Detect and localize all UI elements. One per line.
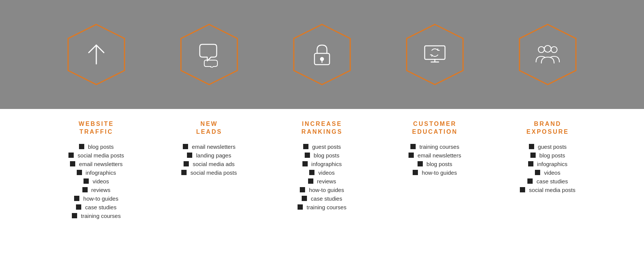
list-item: landing pages bbox=[187, 152, 231, 159]
bullet-square bbox=[418, 161, 423, 166]
list-increase-rankings: guest postsblog postsinfographicsvideosr… bbox=[266, 144, 378, 210]
hex-website-traffic bbox=[62, 21, 130, 88]
list-item: training courses bbox=[410, 144, 459, 150]
bullet-square bbox=[77, 170, 82, 175]
svg-point-13 bbox=[551, 47, 557, 53]
bullet-square bbox=[74, 196, 79, 201]
list-item: infographics bbox=[77, 169, 116, 176]
list-new-leads: email newsletterslanding pagessocial med… bbox=[153, 144, 266, 176]
list-item: case studies bbox=[76, 204, 116, 210]
bullet-square bbox=[76, 204, 81, 210]
list-item: blog posts bbox=[79, 144, 114, 150]
column-website-traffic: WEBSITETRAFFICblog postssocial media pos… bbox=[40, 120, 153, 219]
list-item: infographics bbox=[302, 161, 342, 167]
list-item: social media posts bbox=[181, 169, 237, 176]
bullet-square bbox=[79, 144, 84, 149]
hex-brand-exposure bbox=[514, 21, 582, 88]
list-item: videos bbox=[84, 178, 109, 184]
list-item: reviews bbox=[308, 178, 336, 184]
content-area: WEBSITETRAFFICblog postssocial media pos… bbox=[0, 109, 644, 227]
list-item: blog posts bbox=[305, 152, 339, 159]
bullet-square bbox=[529, 144, 534, 149]
list-item: reviews bbox=[82, 187, 111, 193]
monitor-icon bbox=[422, 41, 448, 68]
bullet-square bbox=[409, 153, 414, 158]
bullet-square bbox=[309, 170, 314, 175]
hex-new-leads bbox=[175, 21, 243, 88]
bullet-square bbox=[82, 187, 88, 192]
list-item: email newsletters bbox=[409, 152, 461, 159]
people-icon bbox=[535, 41, 561, 68]
list-item: case studies bbox=[527, 178, 568, 184]
bullet-square bbox=[300, 187, 305, 192]
hex-increase-rankings bbox=[288, 21, 356, 88]
bullet-square bbox=[410, 144, 416, 149]
bullet-square bbox=[413, 170, 418, 175]
bullet-square bbox=[302, 196, 307, 201]
list-item: social media posts bbox=[520, 187, 575, 193]
bullet-square bbox=[181, 170, 187, 175]
list-item: how-to guides bbox=[300, 187, 344, 193]
svg-point-12 bbox=[538, 47, 544, 53]
bullet-square bbox=[184, 161, 189, 166]
col-title-website-traffic: WEBSITETRAFFIC bbox=[79, 120, 114, 136]
list-brand-exposure: guest postsblog postsinfographicsvideosc… bbox=[491, 144, 604, 193]
bullet-square bbox=[308, 178, 313, 184]
bullet-square bbox=[84, 178, 89, 184]
bullet-square bbox=[535, 170, 540, 175]
arrow-up-icon bbox=[83, 41, 109, 68]
bullet-square bbox=[520, 187, 525, 192]
chat-icon bbox=[196, 41, 222, 68]
list-item: email newsletters bbox=[70, 161, 123, 167]
list-item: training courses bbox=[72, 213, 121, 219]
column-new-leads: NEWLEADSemail newsletterslanding pagesso… bbox=[153, 120, 266, 219]
list-item: social media ads bbox=[184, 161, 235, 167]
list-customer-education: training coursesemail newslettersblog po… bbox=[378, 144, 491, 176]
bullet-square bbox=[530, 153, 536, 158]
svg-point-14 bbox=[544, 45, 551, 52]
bullet-square bbox=[303, 144, 308, 149]
list-item: blog posts bbox=[530, 152, 565, 159]
bullet-square bbox=[298, 204, 303, 210]
bullet-square bbox=[305, 153, 310, 158]
list-item: social media posts bbox=[68, 152, 124, 159]
col-title-brand-exposure: BRANDEXPOSURE bbox=[527, 120, 569, 136]
list-website-traffic: blog postssocial media postsemail newsle… bbox=[40, 144, 153, 219]
list-item: email newsletters bbox=[183, 144, 235, 150]
bullet-square bbox=[183, 144, 188, 149]
list-item: guest posts bbox=[303, 144, 341, 150]
col-title-new-leads: NEWLEADS bbox=[196, 120, 222, 136]
bullet-square bbox=[302, 161, 308, 166]
list-item: videos bbox=[535, 169, 560, 176]
col-title-increase-rankings: INCREASERANKINGS bbox=[301, 120, 342, 136]
lock-icon bbox=[309, 41, 335, 68]
column-increase-rankings: INCREASERANKINGSguest postsblog postsinf… bbox=[266, 120, 378, 219]
column-customer-education: CUSTOMEREDUCATIONtraining coursesemail n… bbox=[378, 120, 491, 219]
hex-customer-education bbox=[401, 21, 469, 88]
svg-rect-8 bbox=[425, 46, 445, 59]
list-item: videos bbox=[309, 169, 334, 176]
bullet-square bbox=[187, 153, 192, 158]
column-brand-exposure: BRANDEXPOSUREguest postsblog postsinfogr… bbox=[491, 120, 604, 219]
bullet-square bbox=[527, 178, 533, 184]
list-item: guest posts bbox=[529, 144, 567, 150]
list-item: training courses bbox=[298, 204, 346, 210]
list-item: infographics bbox=[528, 161, 568, 167]
bullet-square bbox=[528, 161, 533, 166]
col-title-customer-education: CUSTOMEREDUCATION bbox=[412, 120, 458, 136]
list-item: how-to guides bbox=[413, 169, 457, 176]
bullet-square bbox=[70, 161, 75, 166]
list-item: how-to guides bbox=[74, 195, 118, 202]
list-item: case studies bbox=[302, 195, 342, 202]
list-item: blog posts bbox=[418, 161, 452, 167]
bullet-square bbox=[72, 213, 77, 218]
bullet-square bbox=[68, 153, 74, 158]
top-banner bbox=[0, 0, 644, 109]
